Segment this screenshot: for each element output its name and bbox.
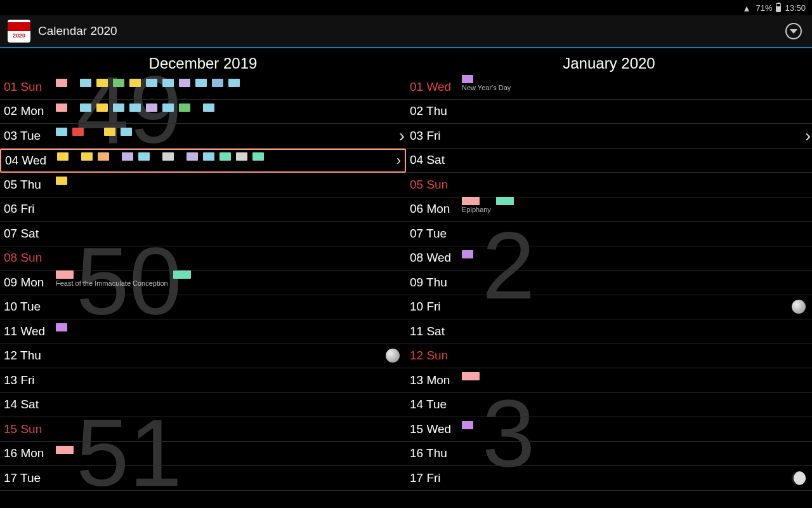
- event-chip[interactable]: [187, 152, 198, 161]
- event-chip[interactable]: [56, 323, 67, 331]
- event-chip[interactable]: [212, 79, 223, 87]
- event-chip[interactable]: [462, 197, 480, 205]
- event-chip[interactable]: [72, 128, 84, 136]
- event-chip[interactable]: [496, 197, 514, 205]
- day-row[interactable]: 07 Tue: [406, 222, 812, 246]
- event-chip[interactable]: [146, 104, 157, 112]
- app-icon[interactable]: 2020: [8, 20, 30, 43]
- day-row[interactable]: 01 Sun: [0, 75, 406, 100]
- day-row[interactable]: 13 Mon: [406, 368, 812, 393]
- moon-icon: [792, 300, 806, 314]
- event-chip[interactable]: [462, 421, 473, 429]
- event-chips: [56, 79, 240, 87]
- event-note: Epiphany: [462, 206, 491, 213]
- day-label: 04 Wed: [5, 154, 57, 168]
- day-row[interactable]: 08 Sun: [0, 246, 406, 271]
- chevron-right-icon[interactable]: ›: [396, 152, 401, 169]
- day-row[interactable]: 06 MonEpiphany: [406, 197, 812, 222]
- day-row[interactable]: 05 Sun: [406, 173, 812, 197]
- event-chip[interactable]: [236, 152, 247, 161]
- day-row[interactable]: 09 Thu: [406, 271, 812, 295]
- month-title: December 2019: [0, 50, 406, 75]
- day-row[interactable]: 11 Wed: [0, 319, 406, 344]
- event-chip[interactable]: [80, 79, 91, 87]
- day-label: 10 Tue: [4, 300, 56, 314]
- event-chip[interactable]: [81, 152, 93, 161]
- day-row[interactable]: 16 Mon: [0, 442, 406, 467]
- day-row[interactable]: 03 Tue›: [0, 124, 406, 149]
- chevron-right-icon[interactable]: ›: [399, 126, 405, 146]
- event-chip[interactable]: [195, 79, 207, 87]
- day-row[interactable]: 04 Wed›: [0, 149, 406, 173]
- wifi-icon: [742, 4, 752, 11]
- chevron-right-icon[interactable]: ›: [805, 126, 811, 146]
- event-chip[interactable]: [228, 79, 240, 87]
- month-title: January 2020: [406, 50, 812, 75]
- event-chip[interactable]: [179, 104, 190, 112]
- day-row[interactable]: 13 Fri: [0, 368, 406, 393]
- event-chip[interactable]: [162, 104, 174, 112]
- event-chip[interactable]: [162, 79, 174, 87]
- event-chip[interactable]: [462, 372, 480, 380]
- event-chip[interactable]: [203, 152, 214, 161]
- event-chip[interactable]: [113, 79, 124, 87]
- day-label: 06 Fri: [4, 202, 56, 216]
- day-row[interactable]: 10 Tue: [0, 295, 406, 320]
- day-row[interactable]: 16 Thu: [406, 442, 812, 467]
- day-row[interactable]: 06 Fri: [0, 197, 406, 222]
- day-label: 17 Fri: [410, 471, 462, 485]
- event-chip[interactable]: [138, 152, 150, 161]
- day-row[interactable]: 01 WedNew Year's Day: [406, 75, 812, 100]
- day-row[interactable]: 12 Sun: [406, 344, 812, 369]
- day-label: 05 Sun: [410, 178, 462, 192]
- day-row[interactable]: 09 MonFeast of the Immaculate Conception: [0, 271, 406, 295]
- day-row[interactable]: 15 Wed: [406, 417, 812, 442]
- day-row[interactable]: 15 Sun: [0, 417, 406, 442]
- day-row[interactable]: 02 Mon: [0, 100, 406, 124]
- event-note: Feast of the Immaculate Conception: [56, 280, 168, 287]
- event-chip[interactable]: [56, 177, 67, 185]
- day-row[interactable]: 11 Sat: [406, 319, 812, 344]
- day-row[interactable]: 14 Tue: [406, 393, 812, 418]
- day-row[interactable]: 02 Thu: [406, 100, 812, 124]
- event-chip[interactable]: [462, 75, 473, 83]
- event-chip[interactable]: [252, 152, 264, 161]
- day-row[interactable]: 14 Sat: [0, 393, 406, 418]
- event-chips: [56, 177, 67, 185]
- event-chip[interactable]: [203, 104, 214, 112]
- event-chip[interactable]: [56, 79, 67, 87]
- event-chip[interactable]: [121, 128, 132, 136]
- event-chip[interactable]: [96, 104, 108, 112]
- day-row[interactable]: 17 Fri: [406, 466, 812, 491]
- event-chip[interactable]: [57, 152, 69, 161]
- event-chip[interactable]: [146, 79, 157, 87]
- event-chip[interactable]: [98, 152, 109, 161]
- day-row[interactable]: 08 Wed: [406, 246, 812, 271]
- event-chips: New Year's Day: [462, 75, 511, 91]
- event-chip[interactable]: [96, 79, 108, 87]
- day-row[interactable]: 10 Fri: [406, 295, 812, 320]
- day-row[interactable]: 12 Thu: [0, 344, 406, 369]
- event-chip[interactable]: [80, 104, 91, 112]
- day-row[interactable]: 17 Tue: [0, 466, 406, 491]
- event-chip[interactable]: [462, 250, 473, 258]
- day-label: 16 Mon: [4, 446, 56, 460]
- event-chip[interactable]: [173, 271, 191, 279]
- event-chip[interactable]: [56, 446, 74, 454]
- dropdown-icon[interactable]: [785, 23, 802, 39]
- day-row[interactable]: 03 Fri›: [406, 124, 812, 149]
- event-chip[interactable]: [104, 128, 115, 136]
- day-row[interactable]: 04 Sat: [406, 149, 812, 173]
- event-chip[interactable]: [179, 79, 190, 87]
- event-chip[interactable]: [56, 104, 67, 112]
- event-chip[interactable]: [122, 152, 133, 161]
- event-chip[interactable]: [129, 104, 141, 112]
- event-chip[interactable]: [129, 79, 141, 87]
- event-chip[interactable]: [219, 152, 231, 161]
- day-row[interactable]: 07 Sat: [0, 222, 406, 246]
- event-chip[interactable]: [56, 128, 67, 136]
- event-chip[interactable]: [56, 271, 74, 279]
- day-row[interactable]: 05 Thu: [0, 173, 406, 197]
- event-chip[interactable]: [113, 104, 124, 112]
- event-chip[interactable]: [162, 152, 174, 161]
